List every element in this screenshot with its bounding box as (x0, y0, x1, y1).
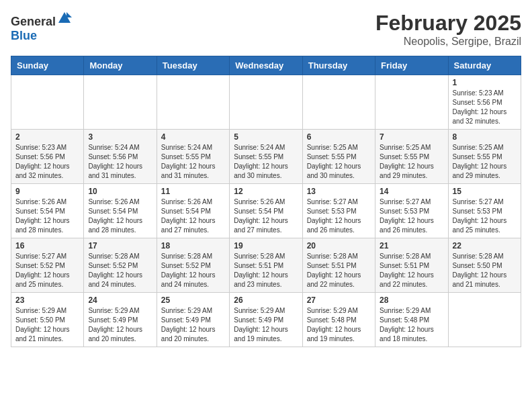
calendar-day-cell (11, 75, 84, 130)
calendar-day-cell (230, 75, 302, 130)
day-info: Sunrise: 5:27 AM Sunset: 5:53 PM Dayligh… (307, 197, 371, 235)
calendar-day-cell: 3Sunrise: 5:24 AM Sunset: 5:56 PM Daylig… (84, 130, 157, 184)
day-info: Sunrise: 5:24 AM Sunset: 5:56 PM Dayligh… (88, 143, 152, 181)
day-info: Sunrise: 5:29 AM Sunset: 5:49 PM Dayligh… (161, 306, 225, 344)
calendar-day-cell: 19Sunrise: 5:28 AM Sunset: 5:51 PM Dayli… (230, 238, 302, 293)
day-number: 15 (453, 187, 517, 196)
header: General Blue February 2025 Neopolis, Ser… (11, 11, 521, 48)
calendar-day-cell: 5Sunrise: 5:24 AM Sunset: 5:55 PM Daylig… (230, 130, 302, 184)
day-info: Sunrise: 5:26 AM Sunset: 5:54 PM Dayligh… (161, 197, 225, 235)
day-number: 5 (234, 132, 298, 142)
day-info: Sunrise: 5:28 AM Sunset: 5:51 PM Dayligh… (234, 252, 298, 289)
calendar-day-cell: 15Sunrise: 5:27 AM Sunset: 5:53 PM Dayli… (448, 184, 521, 238)
day-number: 4 (161, 132, 225, 142)
day-number: 10 (88, 187, 152, 196)
calendar-day-cell: 11Sunrise: 5:26 AM Sunset: 5:54 PM Dayli… (157, 184, 229, 238)
calendar-day-cell: 7Sunrise: 5:25 AM Sunset: 5:55 PM Daylig… (375, 130, 448, 184)
calendar-day-cell: 25Sunrise: 5:29 AM Sunset: 5:49 PM Dayli… (157, 293, 229, 347)
calendar-table: SundayMondayTuesdayWednesdayThursdayFrid… (11, 56, 521, 347)
day-info: Sunrise: 5:29 AM Sunset: 5:48 PM Dayligh… (307, 306, 371, 344)
calendar-day-cell: 24Sunrise: 5:29 AM Sunset: 5:49 PM Dayli… (84, 293, 157, 347)
month-title: February 2025 (375, 11, 521, 36)
day-number: 24 (88, 295, 152, 305)
day-number: 2 (15, 132, 79, 142)
day-info: Sunrise: 5:28 AM Sunset: 5:52 PM Dayligh… (88, 252, 152, 289)
day-info: Sunrise: 5:27 AM Sunset: 5:52 PM Dayligh… (15, 252, 79, 289)
calendar-week-row: 1Sunrise: 5:23 AM Sunset: 5:56 PM Daylig… (11, 75, 521, 130)
day-number: 26 (234, 295, 298, 305)
weekday-header: Monday (84, 56, 157, 75)
calendar-day-cell: 4Sunrise: 5:24 AM Sunset: 5:55 PM Daylig… (157, 130, 229, 184)
location-title: Neopolis, Sergipe, Brazil (375, 36, 521, 48)
calendar-week-row: 9Sunrise: 5:26 AM Sunset: 5:54 PM Daylig… (11, 184, 521, 238)
title-block: February 2025 Neopolis, Sergipe, Brazil (375, 11, 521, 48)
day-info: Sunrise: 5:29 AM Sunset: 5:49 PM Dayligh… (234, 306, 298, 344)
day-info: Sunrise: 5:25 AM Sunset: 5:55 PM Dayligh… (453, 143, 517, 181)
day-number: 28 (380, 295, 443, 305)
calendar-day-cell (302, 75, 375, 130)
calendar-day-cell: 9Sunrise: 5:26 AM Sunset: 5:54 PM Daylig… (11, 184, 84, 238)
day-info: Sunrise: 5:25 AM Sunset: 5:55 PM Dayligh… (380, 143, 443, 181)
day-info: Sunrise: 5:29 AM Sunset: 5:50 PM Dayligh… (15, 306, 79, 344)
calendar-day-cell: 12Sunrise: 5:26 AM Sunset: 5:54 PM Dayli… (230, 184, 302, 238)
day-number: 16 (15, 241, 79, 250)
logo-blue-text: Blue (11, 29, 37, 42)
calendar-day-cell: 1Sunrise: 5:23 AM Sunset: 5:56 PM Daylig… (448, 75, 521, 130)
day-info: Sunrise: 5:27 AM Sunset: 5:53 PM Dayligh… (453, 197, 517, 235)
calendar-day-cell: 13Sunrise: 5:27 AM Sunset: 5:53 PM Dayli… (302, 184, 375, 238)
calendar-day-cell: 23Sunrise: 5:29 AM Sunset: 5:50 PM Dayli… (11, 293, 84, 347)
day-info: Sunrise: 5:28 AM Sunset: 5:51 PM Dayligh… (307, 252, 371, 289)
calendar-day-cell: 27Sunrise: 5:29 AM Sunset: 5:48 PM Dayli… (302, 293, 375, 347)
day-number: 20 (307, 241, 371, 250)
day-number: 25 (161, 295, 225, 305)
logo-icon (57, 11, 72, 26)
day-number: 6 (307, 132, 371, 142)
day-number: 1 (453, 78, 517, 87)
logo: General Blue (11, 11, 72, 43)
weekday-header: Saturday (448, 56, 521, 75)
day-info: Sunrise: 5:28 AM Sunset: 5:50 PM Dayligh… (453, 252, 517, 289)
calendar-day-cell (157, 75, 229, 130)
calendar-day-cell: 28Sunrise: 5:29 AM Sunset: 5:48 PM Dayli… (375, 293, 448, 347)
day-number: 3 (88, 132, 152, 142)
day-info: Sunrise: 5:27 AM Sunset: 5:53 PM Dayligh… (380, 197, 443, 235)
day-number: 14 (380, 187, 443, 196)
day-number: 17 (88, 241, 152, 250)
calendar-day-cell (84, 75, 157, 130)
day-number: 27 (307, 295, 371, 305)
day-number: 21 (380, 241, 443, 250)
weekday-header: Friday (375, 56, 448, 75)
day-number: 8 (453, 132, 517, 142)
calendar-week-row: 2Sunrise: 5:23 AM Sunset: 5:56 PM Daylig… (11, 130, 521, 184)
calendar-week-row: 16Sunrise: 5:27 AM Sunset: 5:52 PM Dayli… (11, 238, 521, 293)
calendar-day-cell: 2Sunrise: 5:23 AM Sunset: 5:56 PM Daylig… (11, 130, 84, 184)
day-info: Sunrise: 5:28 AM Sunset: 5:51 PM Dayligh… (380, 252, 443, 289)
calendar-day-cell: 14Sunrise: 5:27 AM Sunset: 5:53 PM Dayli… (375, 184, 448, 238)
page: General Blue February 2025 Neopolis, Ser… (0, 0, 532, 358)
calendar-day-cell: 21Sunrise: 5:28 AM Sunset: 5:51 PM Dayli… (375, 238, 448, 293)
day-info: Sunrise: 5:26 AM Sunset: 5:54 PM Dayligh… (234, 197, 298, 235)
calendar-header-row: SundayMondayTuesdayWednesdayThursdayFrid… (11, 56, 521, 75)
day-number: 22 (453, 241, 517, 250)
day-info: Sunrise: 5:24 AM Sunset: 5:55 PM Dayligh… (234, 143, 298, 181)
calendar-day-cell: 10Sunrise: 5:26 AM Sunset: 5:54 PM Dayli… (84, 184, 157, 238)
day-info: Sunrise: 5:26 AM Sunset: 5:54 PM Dayligh… (88, 197, 152, 235)
day-info: Sunrise: 5:28 AM Sunset: 5:52 PM Dayligh… (161, 252, 225, 289)
day-number: 19 (234, 241, 298, 250)
calendar-day-cell: 17Sunrise: 5:28 AM Sunset: 5:52 PM Dayli… (84, 238, 157, 293)
weekday-header: Sunday (11, 56, 84, 75)
calendar-day-cell: 18Sunrise: 5:28 AM Sunset: 5:52 PM Dayli… (157, 238, 229, 293)
calendar-day-cell: 8Sunrise: 5:25 AM Sunset: 5:55 PM Daylig… (448, 130, 521, 184)
logo-general-text: General (11, 15, 56, 28)
weekday-header: Tuesday (157, 56, 229, 75)
calendar-day-cell: 26Sunrise: 5:29 AM Sunset: 5:49 PM Dayli… (230, 293, 302, 347)
calendar-day-cell: 16Sunrise: 5:27 AM Sunset: 5:52 PM Dayli… (11, 238, 84, 293)
day-info: Sunrise: 5:24 AM Sunset: 5:55 PM Dayligh… (161, 143, 225, 181)
day-info: Sunrise: 5:29 AM Sunset: 5:49 PM Dayligh… (88, 306, 152, 344)
calendar-week-row: 23Sunrise: 5:29 AM Sunset: 5:50 PM Dayli… (11, 293, 521, 347)
day-number: 11 (161, 187, 225, 196)
day-number: 13 (307, 187, 371, 196)
weekday-header: Wednesday (230, 56, 302, 75)
calendar-day-cell: 20Sunrise: 5:28 AM Sunset: 5:51 PM Dayli… (302, 238, 375, 293)
day-number: 12 (234, 187, 298, 196)
